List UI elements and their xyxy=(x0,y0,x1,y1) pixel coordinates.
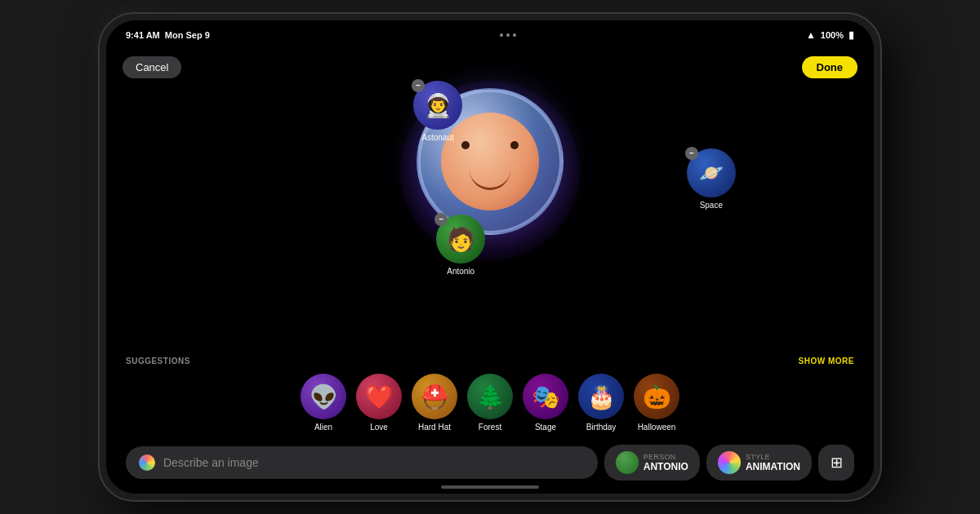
device-frame: 9:41 AM Mon Sep 9 ▲ 100% ▮ Cancel Done xyxy=(98,12,882,502)
main-content: – 👨‍🚀 Astonaut – 🪐 Space xyxy=(106,20,874,494)
suggestion-halloween[interactable]: 🎃 Halloween xyxy=(634,374,679,432)
person-avatar xyxy=(616,451,639,474)
dot-3 xyxy=(513,33,516,37)
suggestion-forest[interactable]: 🌲 Forest xyxy=(467,374,513,432)
gallery-icon: ⊞ xyxy=(831,454,843,472)
forest-icon: 🌲 xyxy=(467,374,513,419)
person-name: ANTONIO xyxy=(644,461,688,472)
status-bar: 9:41 AM Mon Sep 9 ▲ 100% ▮ xyxy=(106,20,874,50)
astronaut-emoji: 👨‍🚀 xyxy=(424,92,452,119)
forest-label: Forest xyxy=(479,423,501,432)
describe-icon xyxy=(139,454,155,471)
wifi-icon: ▲ xyxy=(806,29,816,41)
suggestions-header: SUGGESTIONS SHOW MORE xyxy=(126,357,854,366)
halloween-icon: 🎃 xyxy=(634,374,679,419)
stage-label: Stage xyxy=(535,423,556,432)
suggestion-birthday[interactable]: 🎂 Birthday xyxy=(578,374,624,432)
style-chip-labels: STYLE ANIMATION xyxy=(746,453,800,472)
antonio-label: Antonio xyxy=(447,267,474,276)
style-chip[interactable]: STYLE ANIMATION xyxy=(706,445,812,481)
birthday-icon: 🎂 xyxy=(578,374,624,419)
suggestion-alien[interactable]: 👽 Alien xyxy=(301,374,346,432)
avatar-antonio-minus: – xyxy=(434,213,448,226)
antonio-emoji: 🧑 xyxy=(447,226,475,253)
memoji-area: – 👨‍🚀 Astonaut – 🪐 Space xyxy=(106,20,874,357)
avatar-space-minus: – xyxy=(685,147,698,160)
dot-1 xyxy=(500,33,503,37)
status-time: 9:41 AM xyxy=(126,30,160,40)
battery-icon: ▮ xyxy=(849,29,854,41)
show-more-button[interactable]: SHOW MORE xyxy=(799,357,854,366)
cancel-button[interactable]: Cancel xyxy=(122,56,181,78)
status-right: ▲ 100% ▮ xyxy=(806,29,854,41)
love-icon: ❤️ xyxy=(356,374,402,419)
alien-icon: 👽 xyxy=(301,374,346,419)
status-center-dots xyxy=(500,33,516,37)
hardhat-label: Hard Hat xyxy=(418,423,451,432)
suggestion-stage[interactable]: 🎭 Stage xyxy=(523,374,568,432)
love-label: Love xyxy=(370,423,388,432)
avatar-antonio[interactable]: – 🧑 Antonio xyxy=(436,215,485,276)
suggestions-grid: 👽 Alien ❤️ Love ⛑️ Hard Hat 🌲 xyxy=(126,374,854,432)
suggestions-label: SUGGESTIONS xyxy=(126,357,190,366)
home-indicator xyxy=(441,485,539,489)
hardhat-icon: ⛑️ xyxy=(412,374,457,419)
person-sublabel: PERSON xyxy=(644,453,688,461)
style-value: ANIMATION xyxy=(746,461,800,472)
suggestion-love[interactable]: ❤️ Love xyxy=(356,374,402,432)
alien-label: Alien xyxy=(314,423,332,432)
person-chip-labels: PERSON ANTONIO xyxy=(644,453,688,472)
stage-icon: 🎭 xyxy=(523,374,568,419)
space-emoji: 🪐 xyxy=(699,162,724,184)
avatar-space[interactable]: – 🪐 Space xyxy=(687,148,736,210)
avatar-astronaut-minus: – xyxy=(412,79,425,92)
device-wrapper: 9:41 AM Mon Sep 9 ▲ 100% ▮ Cancel Done xyxy=(98,12,882,502)
describe-placeholder: Describe an image xyxy=(163,456,259,469)
person-chip[interactable]: PERSON ANTONIO xyxy=(604,445,700,481)
describe-input[interactable]: Describe an image xyxy=(126,446,598,479)
gallery-button[interactable]: ⊞ xyxy=(818,445,854,481)
battery-percent: 100% xyxy=(821,30,844,40)
style-sublabel: STYLE xyxy=(746,453,800,461)
done-button[interactable]: Done xyxy=(802,56,858,78)
device-screen: 9:41 AM Mon Sep 9 ▲ 100% ▮ Cancel Done xyxy=(106,20,874,494)
dot-2 xyxy=(506,33,510,37)
suggestions-section: SUGGESTIONS SHOW MORE 👽 Alien ❤️ Love xyxy=(106,357,874,438)
suggestion-hardhat[interactable]: ⛑️ Hard Hat xyxy=(412,374,457,432)
style-orb xyxy=(718,451,741,474)
status-date: Mon Sep 9 xyxy=(165,30,210,40)
birthday-label: Birthday xyxy=(586,423,617,432)
astronaut-label: Astonaut xyxy=(421,133,453,142)
avatar-astronaut[interactable]: – 👨‍🚀 Astonaut xyxy=(413,81,462,142)
halloween-label: Halloween xyxy=(638,423,676,432)
space-label: Space xyxy=(700,201,723,210)
